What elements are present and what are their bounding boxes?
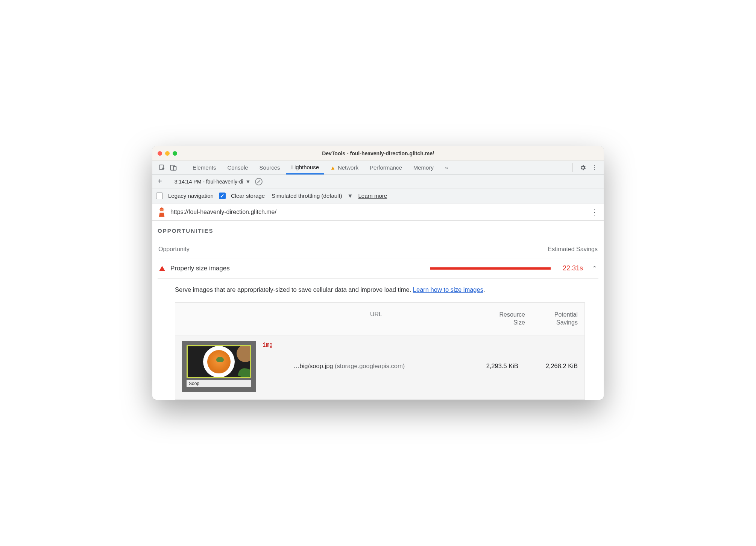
th-resource-l2: Size	[472, 319, 525, 327]
thumbnail-image	[187, 345, 251, 378]
close-icon[interactable]	[158, 151, 162, 156]
bowl-shape	[203, 346, 235, 378]
th-resource-size: Resource Size	[472, 311, 525, 327]
lighthouse-options: Legacy navigation ✓ Clear storage Simula…	[152, 188, 604, 203]
tab-network[interactable]: ▲Network	[325, 161, 364, 174]
report-url-row: https://foul-heavenly-direction.glitch.m…	[152, 203, 604, 221]
table-row[interactable]: Soop img …big/soop.jpg (storage.googleap…	[175, 335, 584, 399]
col-opportunity: Opportunity	[158, 246, 190, 253]
bread-shape	[237, 345, 251, 362]
titlebar: DevTools - foul-heavenly-direction.glitc…	[152, 146, 604, 161]
tab-sources[interactable]: Sources	[254, 161, 285, 174]
column-headers: Opportunity Estimated Savings	[158, 246, 598, 253]
th-potential-savings: Potential Savings	[525, 311, 578, 327]
report-body: OPPORTUNITIES Opportunity Estimated Savi…	[152, 221, 604, 400]
legacy-navigation-checkbox[interactable]	[156, 193, 163, 199]
table-head: URL Resource Size Potential Savings	[175, 303, 584, 335]
element-tag: img	[263, 341, 273, 348]
tab-performance[interactable]: Performance	[364, 161, 407, 174]
savings-bar	[430, 267, 551, 270]
warning-icon: ▲	[330, 165, 335, 171]
thumbnail: Soop	[182, 341, 256, 392]
report-select-label: 3:14:14 PM - foul-heavenly-di	[175, 179, 243, 185]
tab-console[interactable]: Console	[222, 161, 254, 174]
clear-storage-label: Clear storage	[231, 193, 265, 199]
report-select[interactable]: 3:14:14 PM - foul-heavenly-di ▼	[175, 179, 251, 185]
new-report-button[interactable]: +	[156, 177, 164, 186]
col-savings: Estimated Savings	[548, 246, 598, 253]
lighthouse-icon	[158, 207, 166, 217]
description-text: Serve images that are appropriately-size…	[175, 286, 413, 293]
opportunity-table: URL Resource Size Potential Savings	[175, 302, 585, 400]
legacy-navigation-label: Legacy navigation	[168, 193, 214, 199]
clear-icon[interactable]	[255, 178, 263, 185]
learn-more-link[interactable]: Learn more	[358, 193, 387, 199]
tab-memory[interactable]: Memory	[408, 161, 439, 174]
section-title: OPPORTUNITIES	[158, 228, 598, 234]
tab-elements[interactable]: Elements	[187, 161, 222, 174]
window-title: DevTools - foul-heavenly-direction.glitc…	[152, 150, 604, 156]
gear-icon[interactable]	[580, 164, 586, 171]
svg-rect-2	[173, 166, 176, 170]
th-resource-l1: Resource	[472, 311, 525, 319]
url-short: …big/soop.jpg	[293, 362, 333, 369]
svg-marker-3	[159, 207, 165, 209]
leaf-shape	[238, 366, 251, 378]
tab-lighthouse[interactable]: Lighthouse	[286, 161, 324, 174]
separator	[169, 177, 169, 186]
url-host: (storage.googleapis.com)	[333, 362, 405, 369]
opportunity-description: Serve images that are appropriately-size…	[158, 279, 598, 299]
throttling-caret-icon[interactable]: ▼	[348, 193, 353, 199]
svg-rect-4	[160, 209, 163, 211]
separator	[184, 163, 184, 172]
tab-network-label: Network	[338, 164, 358, 171]
th-potential-l2: Savings	[525, 319, 578, 327]
report-menu-icon[interactable]: ⋮	[591, 208, 598, 217]
opportunity-title: Properly size images	[170, 265, 230, 272]
clear-storage-checkbox[interactable]: ✓	[219, 193, 226, 199]
cell-potential-savings: 2,268.2 KiB	[525, 362, 578, 370]
panel-tabstrip: Elements Console Sources Lighthouse ▲Net…	[152, 161, 604, 175]
inspect-icon[interactable]	[158, 164, 166, 171]
cell-resource-size: 2,293.5 KiB	[466, 362, 518, 370]
separator	[572, 163, 573, 172]
lighthouse-toolbar: + 3:14:14 PM - foul-heavenly-di ▼	[152, 175, 604, 188]
description-link[interactable]: Learn how to size images	[413, 286, 483, 293]
devtools-window: DevTools - foul-heavenly-direction.glitc…	[152, 146, 604, 400]
cell-url: …big/soop.jpg (storage.googleapis.com)	[293, 362, 459, 370]
soup-shape	[207, 350, 231, 373]
zoom-icon[interactable]	[173, 151, 177, 156]
throttling-label: Simulated throttling (default)	[272, 193, 342, 199]
th-url: URL	[280, 311, 472, 327]
tabs-more[interactable]: »	[440, 161, 453, 174]
svg-marker-6	[159, 212, 165, 217]
caret-down-icon: ▼	[246, 179, 251, 185]
thumbnail-caption: Soop	[187, 380, 251, 387]
minimize-icon[interactable]	[165, 151, 170, 156]
device-toggle-icon[interactable]	[170, 164, 177, 171]
fail-triangle-icon	[159, 266, 165, 271]
kebab-menu-icon[interactable]: ⋮	[592, 164, 598, 171]
opportunity-row[interactable]: Properly size images 22.31s ⌃	[158, 258, 598, 279]
svg-rect-5	[160, 211, 163, 213]
savings-value: 22.31s	[563, 264, 583, 272]
traffic-lights	[158, 151, 177, 156]
report-url: https://foul-heavenly-direction.glitch.m…	[170, 209, 276, 215]
description-period: .	[483, 286, 485, 293]
chevron-up-icon[interactable]: ⌃	[592, 265, 597, 272]
th-potential-l1: Potential	[525, 311, 578, 319]
